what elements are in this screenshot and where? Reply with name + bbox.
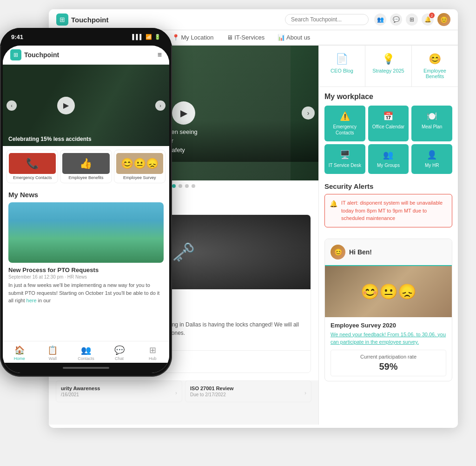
my-groups-label: My Groups bbox=[377, 162, 400, 168]
ceo-blog-icon: 📄 bbox=[336, 53, 348, 65]
emergency-contacts-label: Emergency Contacts bbox=[327, 124, 363, 136]
user-avatar[interactable]: 😊 bbox=[437, 13, 450, 26]
bottom-link-1-title: urity Awareness bbox=[61, 386, 177, 391]
users-icon[interactable]: 👥 bbox=[374, 13, 386, 26]
bottom-link-2[interactable]: ISO 27001 Review Due to 2/17/2022 › bbox=[185, 380, 311, 402]
phone-frame: 9:41 ▌▌▌ 📶 🔋 ⊞ Touchpoint ≡ ▶ ‹ › bbox=[0, 28, 172, 377]
phone-ql-employee-benefits[interactable]: 👍 Employee Benefits bbox=[60, 150, 112, 183]
employee-survey-widget: 😊 Hi Ben! 😊😐😞 Employee Survey 2020 We ne… bbox=[324, 239, 452, 381]
grid-icon[interactable]: ⊞ bbox=[406, 13, 418, 26]
bottom-links: urity Awareness /16/2021 › ISO 27001 Rev… bbox=[54, 380, 313, 402]
phone-time: 9:41 bbox=[11, 33, 23, 40]
quick-link-ceo-blog[interactable]: 📄 CEO Blog bbox=[319, 46, 365, 87]
nav-about[interactable]: 📊 About us bbox=[271, 30, 317, 46]
phone-bottom-nav: 🏠 Home 📋 Wall 👥 Contacts 💬 Chat ⊞ bbox=[3, 341, 169, 363]
quick-link-employee-benefits[interactable]: 😊 Employee Benefits bbox=[412, 46, 458, 87]
phone-article-title: New Process for PTO Requests bbox=[8, 266, 164, 273]
dot-3[interactable] bbox=[185, 184, 189, 188]
workplace-section: My workplace ⚠️ Emergency Contacts 📅 Off… bbox=[319, 87, 458, 174]
app-logo: ⊞ Touchpoint bbox=[56, 13, 109, 26]
bottom-link-1-meta: /16/2021 bbox=[61, 392, 177, 397]
phone-hero-banner: ▶ ‹ › Celebrating 15% less accidents bbox=[3, 65, 169, 146]
workplace-it-service-desk[interactable]: 🖥️ IT Service Desk bbox=[324, 144, 365, 174]
phone-nav-contacts[interactable]: 👥 Contacts bbox=[69, 345, 103, 361]
meal-plan-label: Meal Plan bbox=[422, 124, 442, 130]
employee-benefits-img: 👍 bbox=[62, 153, 109, 174]
chat-nav-icon: 💬 bbox=[114, 345, 125, 355]
phone-nav-hub[interactable]: ⊞ Hub bbox=[136, 345, 169, 361]
wall-nav-icon: 📋 bbox=[47, 345, 58, 355]
strategy-label: Strategy 2025 bbox=[372, 68, 404, 73]
here-link[interactable]: here bbox=[26, 298, 37, 303]
wifi-icon: 📶 bbox=[145, 34, 152, 40]
notification-icon[interactable]: 🔔 2 bbox=[422, 13, 434, 26]
security-heading: Security Alerts bbox=[324, 182, 452, 190]
workplace-my-hr[interactable]: 👤 My HR bbox=[411, 144, 452, 174]
hero-next-button[interactable]: › bbox=[302, 107, 315, 120]
phone-container: 9:41 ▌▌▌ 📶 🔋 ⊞ Touchpoint ≡ ▶ ‹ › bbox=[0, 28, 172, 377]
phone-logo: ⊞ Touchpoint bbox=[10, 49, 59, 60]
phone-screen: ⊞ Touchpoint ≡ ▶ ‹ › Celebrating 15% les… bbox=[3, 46, 169, 373]
nav-it-services[interactable]: 🖥 IT-Services bbox=[220, 30, 271, 46]
phone-home-bar bbox=[3, 363, 169, 373]
benefits-label: Employee Benefits bbox=[416, 68, 454, 79]
phone-nav-wall[interactable]: 📋 Wall bbox=[36, 345, 70, 361]
phone-news-title: My News bbox=[8, 191, 164, 199]
bottom-link-2-meta: Due to 2/17/2022 bbox=[190, 392, 306, 397]
nav-my-location[interactable]: 📍 My Location bbox=[165, 30, 220, 46]
browser-icons: 👥 💬 ⊞ 🔔 2 😊 bbox=[374, 13, 450, 26]
survey-image: 😊😐😞 bbox=[325, 266, 452, 317]
arrow-icon-1: › bbox=[175, 390, 177, 396]
search-area bbox=[285, 14, 369, 25]
signal-icon: ▌▌▌ bbox=[132, 34, 143, 40]
home-indicator bbox=[63, 367, 109, 369]
browser-topbar: ⊞ Touchpoint 👥 💬 ⊞ 🔔 2 😊 bbox=[49, 9, 458, 30]
quick-link-strategy[interactable]: 💡 Strategy 2025 bbox=[365, 46, 411, 87]
workplace-emergency-contacts[interactable]: ⚠️ Emergency Contacts bbox=[324, 106, 365, 141]
phone-next-button[interactable]: › bbox=[155, 100, 165, 111]
employee-greeting: Hi Ben! bbox=[349, 248, 372, 256]
dot-2[interactable] bbox=[178, 184, 182, 188]
emergency-contacts-icon: ⚠️ bbox=[340, 111, 350, 121]
survey-description[interactable]: We need your feedback! From 15.06. to 30… bbox=[331, 331, 446, 346]
office-calendar-icon: 📅 bbox=[383, 111, 393, 121]
phone-nav-home[interactable]: 🏠 Home bbox=[3, 345, 36, 361]
phone-play-button[interactable]: ▶ bbox=[57, 97, 75, 114]
phone-ql-employee-survey[interactable]: 😊😐😞 Employee Survey bbox=[114, 150, 165, 183]
search-input[interactable] bbox=[285, 14, 369, 25]
workplace-my-groups[interactable]: 👥 My Groups bbox=[368, 144, 409, 174]
logo-icon: ⊞ bbox=[56, 13, 68, 26]
strategy-icon: 💡 bbox=[382, 53, 395, 65]
dot-1[interactable] bbox=[172, 184, 176, 188]
employee-survey-label: Employee Survey bbox=[123, 175, 156, 180]
dot-4[interactable] bbox=[192, 184, 195, 188]
home-nav-icon: 🏠 bbox=[14, 345, 25, 355]
workplace-grid: ⚠️ Emergency Contacts 📅 Office Calendar … bbox=[324, 106, 452, 174]
hub-nav-label: Hub bbox=[149, 356, 157, 361]
phone-news-image bbox=[8, 202, 164, 263]
phone-nav-chat[interactable]: 💬 Chat bbox=[103, 345, 136, 361]
phone-header: ⊞ Touchpoint ≡ bbox=[3, 46, 169, 65]
phone-app-name: Touchpoint bbox=[24, 51, 59, 59]
chat-nav-label: Chat bbox=[115, 356, 124, 361]
bottom-link-2-title: ISO 27001 Review bbox=[190, 386, 306, 391]
bottom-link-1[interactable]: urity Awareness /16/2021 › bbox=[56, 380, 182, 402]
phone-prev-button[interactable]: ‹ bbox=[7, 100, 17, 111]
security-alerts-section: Security Alerts 🔔 IT alert: disponent sy… bbox=[319, 177, 458, 233]
app-name: Touchpoint bbox=[71, 16, 109, 24]
meal-plan-icon: 🍽️ bbox=[427, 111, 437, 121]
battery-icon: 🔋 bbox=[154, 34, 161, 40]
workplace-office-calendar[interactable]: 📅 Office Calendar bbox=[368, 106, 409, 141]
participation-rate: 59% bbox=[335, 361, 442, 372]
hub-nav-icon: ⊞ bbox=[149, 345, 156, 355]
phone-menu-button[interactable]: ≡ bbox=[158, 51, 162, 59]
my-groups-icon: 👥 bbox=[383, 150, 393, 160]
office-calendar-label: Office Calendar bbox=[372, 124, 404, 130]
alert-bell-icon: 🔔 bbox=[330, 200, 337, 207]
home-nav-label: Home bbox=[14, 356, 25, 361]
emergency-contacts-img: 📞 bbox=[9, 153, 56, 174]
workplace-heading: My workplace bbox=[324, 93, 452, 101]
chat-icon[interactable]: 💬 bbox=[390, 13, 402, 26]
phone-ql-emergency-contacts[interactable]: 📞 Emergency Contacts bbox=[7, 150, 58, 183]
workplace-meal-plan[interactable]: 🍽️ Meal Plan bbox=[411, 106, 452, 141]
